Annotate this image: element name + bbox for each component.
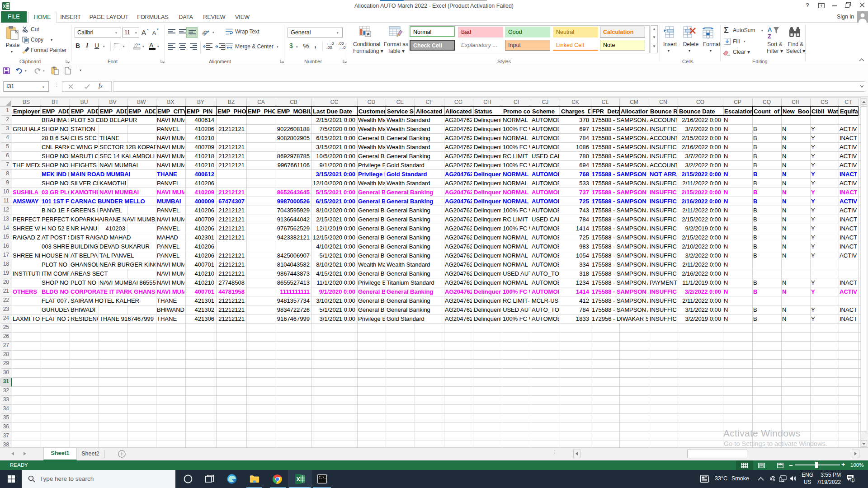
svg-text:X: X	[296, 476, 300, 483]
svg-text:A: A	[768, 26, 772, 33]
svg-text:1: 1	[852, 478, 854, 483]
svg-text:X: X	[3, 4, 6, 9]
svg-text:≠: ≠	[367, 31, 369, 37]
svg-text:Z: Z	[768, 33, 771, 40]
svg-text:C:\_: C:\_	[319, 476, 327, 479]
